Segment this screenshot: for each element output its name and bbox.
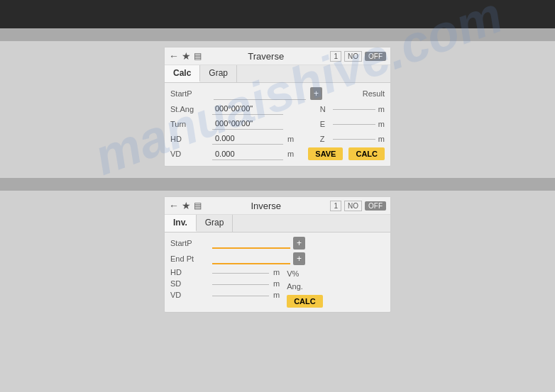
inv-vpercent-label: V% (287, 269, 323, 278)
inv-sd-label: SD (170, 279, 209, 288)
vd-input[interactable] (212, 148, 283, 160)
startp-row: StartP + (170, 87, 322, 100)
inv-vd-label: VD (170, 291, 209, 299)
stang-input[interactable] (212, 103, 283, 115)
inv-vd-value (212, 294, 269, 296)
traverse-body: StartP + Result St.Ang N m (165, 83, 390, 166)
inverse-title: Inverse (204, 201, 327, 211)
top-dark-bar (0, 0, 555, 28)
inv-endpt-input[interactable] (212, 253, 290, 264)
inverse-book-icon[interactable]: ▤ (194, 201, 202, 211)
turn-row: Turn (170, 118, 283, 130)
hd-label: HD (170, 135, 209, 143)
traverse-badge-no: NO (344, 51, 362, 62)
startp-add-button[interactable]: + (310, 87, 322, 100)
result-e-value (333, 123, 375, 125)
inv-hd-unit: m (273, 268, 280, 276)
inv-measurements: HD m SD m VD m (170, 268, 280, 302)
traverse-title: Traverse (204, 51, 327, 62)
hd-input[interactable] (212, 133, 283, 145)
traverse-badge-off[interactable]: OFF (365, 52, 386, 61)
inv-endpt-label: End Pt (170, 254, 209, 263)
turn-input[interactable] (212, 118, 283, 130)
hd-unit: m (287, 135, 294, 143)
inv-sd-unit: m (273, 279, 280, 288)
inv-side-section: V% Ang. CALC (287, 269, 323, 308)
result-e-label: E (320, 120, 330, 128)
inv-hd-row: HD m (170, 268, 280, 276)
result-z-unit: m (378, 135, 385, 143)
inv-vd-row: VD m (170, 291, 280, 299)
inverse-back-button[interactable]: ← (169, 200, 179, 211)
hd-row: HD m (170, 133, 294, 145)
inv-sd-value (212, 283, 269, 285)
traverse-top-row: StartP + Result (170, 87, 385, 100)
result-n-row: N m (320, 105, 385, 113)
traverse-book-icon[interactable]: ▤ (194, 51, 202, 61)
tab-inv[interactable]: Inv. (165, 215, 197, 232)
stang-label: St.Ang (170, 105, 209, 113)
inv-startp-add-button[interactable]: + (293, 237, 305, 250)
middle-gray-bar (0, 178, 555, 191)
result-n-label: N (320, 105, 330, 113)
traverse-back-button[interactable]: ← (169, 50, 179, 62)
inv-calc-button[interactable]: CALC (287, 295, 323, 308)
calc-button[interactable]: CALC (348, 147, 385, 160)
inverse-body: StartP + End Pt + HD m (165, 233, 390, 312)
traverse-badge-1: 1 (330, 51, 341, 62)
inverse-badge-off[interactable]: OFF (365, 201, 386, 211)
save-button[interactable]: SAVE (308, 147, 343, 160)
traverse-tab-bar: Calc Grap (165, 65, 390, 83)
vd-label: VD (170, 150, 209, 158)
inv-endpt-row: End Pt + (170, 252, 385, 265)
tab-grap[interactable]: Grap (200, 65, 237, 82)
inverse-header: ← ★ ▤ Inverse 1 NO OFF (165, 197, 390, 215)
inverse-badge-no: NO (344, 201, 362, 211)
inv-startp-input[interactable] (212, 237, 290, 249)
result-e-row: E m (320, 120, 385, 128)
result-z-row: Z m (320, 135, 385, 143)
startp-label: StartP (170, 89, 209, 98)
result-n-unit: m (378, 105, 385, 113)
result-n-value (333, 108, 375, 110)
inv-ang-label: Ang. (287, 282, 323, 291)
startp-input[interactable] (214, 88, 306, 100)
inverse-panel: ← ★ ▤ Inverse 1 NO OFF Inv. Grap StartP … (164, 196, 391, 313)
inv-startp-row: StartP + (170, 237, 385, 250)
inv-sd-row: SD m (170, 279, 280, 288)
result-label: Result (363, 89, 385, 98)
traverse-header: ← ★ ▤ Traverse 1 NO OFF (165, 47, 390, 65)
vd-row: VD m (170, 148, 294, 160)
inverse-tab-bar: Inv. Grap (165, 215, 390, 233)
turn-label: Turn (170, 120, 209, 128)
inv-hd-label: HD (170, 268, 209, 276)
vd-unit: m (287, 150, 294, 158)
inv-hd-value (212, 271, 269, 274)
inv-endpt-add-button[interactable]: + (293, 252, 305, 265)
tab-grap-inv[interactable]: Grap (197, 215, 233, 232)
traverse-star-icon[interactable]: ★ (182, 50, 191, 62)
inv-startp-label: StartP (170, 239, 209, 247)
tab-calc[interactable]: Calc (165, 65, 200, 82)
inverse-badge-1: 1 (330, 201, 341, 211)
result-z-label: Z (320, 135, 330, 143)
inv-vd-unit: m (273, 291, 280, 299)
top-gray-bar (0, 28, 555, 41)
result-z-value (333, 138, 375, 140)
result-e-unit: m (378, 120, 385, 128)
traverse-panel: ← ★ ▤ Traverse 1 NO OFF Calc Grap StartP… (164, 47, 391, 167)
stang-row: St.Ang (170, 103, 283, 115)
inverse-star-icon[interactable]: ★ (182, 200, 191, 211)
